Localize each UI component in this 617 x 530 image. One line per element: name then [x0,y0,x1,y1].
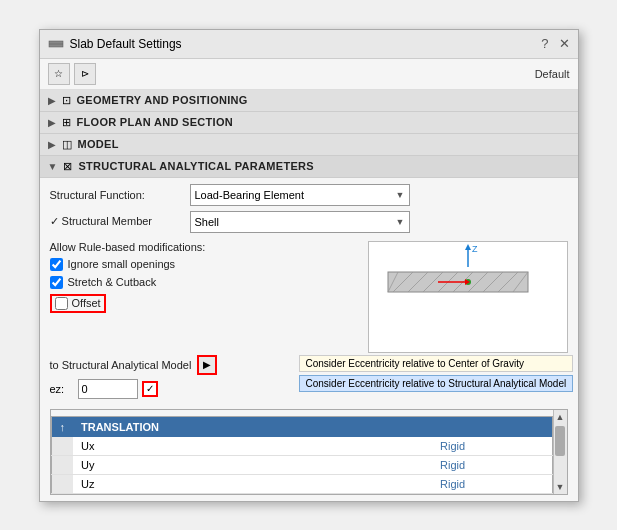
row-name-ux: Ux [73,437,432,456]
help-button[interactable]: ? [541,36,548,51]
model-label: MODEL [78,138,119,150]
geometry-arrow-icon: ▶ [48,95,56,106]
translation-sort-icon[interactable]: ↑ [51,416,73,437]
section-floor-plan[interactable]: ▶ ⊞ FLOOR PLAN AND SECTION [40,112,578,134]
row-value-uz: Rigid [432,474,552,493]
slab-icon [48,36,64,52]
ignore-openings-checkbox[interactable] [50,258,63,271]
section-geometry[interactable]: ▶ ⊡ GEOMETRY AND POSITIONING [40,90,578,112]
ignore-openings-label: Ignore small openings [68,258,176,270]
bottom-row: to Structural Analytical Model ▶ ez: ✓ C… [50,355,568,403]
structural-member-row: ✓ Structural Member Shell ▼ [50,211,568,233]
floor-plan-arrow-icon: ▶ [48,117,56,128]
translation-table: ↑ TRANSLATION Ux Rigid Uy [51,416,553,494]
ez-checkmark[interactable]: ✓ [142,381,158,397]
bottom-left: to Structural Analytical Model ▶ ez: ✓ [50,355,295,403]
slab-default-settings-dialog: Slab Default Settings ? ✕ ☆ ⊳ Default ▶ … [39,29,579,502]
default-label: Default [535,68,570,80]
close-button[interactable]: ✕ [559,36,570,51]
structural-member-dropdown[interactable]: Shell ▼ [190,211,410,233]
structural-arrow-icon: ▼ [48,161,58,172]
ez-input[interactable] [78,379,138,399]
row-icon-2 [51,455,73,474]
member-dropdown-arrow-icon: ▼ [396,217,405,227]
two-col-area: Allow Rule-based modifications: Ignore s… [50,241,568,353]
section-model[interactable]: ▶ ◫ MODEL [40,134,578,156]
stretch-cutback-checkbox[interactable] [50,276,63,289]
structural-content: Structural Function: Load-Bearing Elemen… [40,178,578,501]
translation-header-row: ↑ TRANSLATION [51,416,552,437]
structural-function-row: Structural Function: Load-Bearing Elemen… [50,184,568,206]
allow-rule-row: Allow Rule-based modifications: [50,241,360,253]
geometry-label: GEOMETRY AND POSITIONING [77,94,248,106]
toolbar-row: ☆ ⊳ Default [40,59,578,90]
title-bar-left: Slab Default Settings [48,36,182,52]
svg-text:Z: Z [472,244,478,254]
right-arrow-icon: ▶ [203,359,211,370]
to-structural-label: to Structural Analytical Model [50,359,192,371]
slab-diagram-svg: Z [378,242,558,352]
scroll-thumb[interactable] [555,426,565,456]
table-row: Uy Rigid [51,455,552,474]
row-name-uz: Uz [73,474,432,493]
offset-checkbox-container: Offset [50,294,106,313]
model-row: to Structural Analytical Model ▶ [50,355,295,375]
diagram-area: Z [368,241,568,353]
allow-rule-label: Allow Rule-based modifications: [50,241,206,253]
offset-row: Offset [50,294,360,313]
dialog-title: Slab Default Settings [70,37,182,51]
model-icon: ◫ [62,138,72,151]
floor-plan-label: FLOOR PLAN AND SECTION [77,116,234,128]
structural-function-dropdown[interactable]: Load-Bearing Element ▼ [190,184,410,206]
translation-table-wrapper: ↑ TRANSLATION Ux Rigid Uy [50,409,568,495]
stretch-cutback-label: Stretch & Cutback [68,276,157,288]
tooltip-2[interactable]: Consider Eccentricity relative to Struct… [299,375,574,392]
offset-label: Offset [72,297,101,309]
translation-table-main: ↑ TRANSLATION Ux Rigid Uy [51,410,553,494]
row-name-uy: Uy [73,455,432,474]
structural-member-value: Shell [195,216,219,228]
row-value-uy: Rigid [432,455,552,474]
section-structural[interactable]: ▼ ⊠ STRUCTURAL ANALYTICAL PARAMETERS [40,156,578,178]
left-column: Allow Rule-based modifications: Ignore s… [50,241,360,353]
tooltip-list: Consider Eccentricity relative to Center… [299,355,574,392]
svg-marker-14 [465,244,471,250]
pin-icon: ⊳ [81,68,89,79]
row-value-ux: Rigid [432,437,552,456]
row-icon-3 [51,474,73,493]
ez-row: ez: ✓ [50,379,295,399]
pin-button[interactable]: ⊳ [74,63,96,85]
table-row: Uz Rigid [51,474,552,493]
stretch-cutback-row: Stretch & Cutback [50,276,360,289]
structural-member-label: ✓ Structural Member [50,215,190,228]
table-scrollbar[interactable]: ▲ ▼ [553,410,567,494]
structural-function-value: Load-Bearing Element [195,189,304,201]
tooltip-1[interactable]: Consider Eccentricity relative to Center… [299,355,574,372]
structural-icon: ⊠ [63,160,72,173]
dropdown-arrow-icon: ▼ [396,190,405,200]
translation-header-empty [432,416,552,437]
geometry-icon: ⊡ [62,94,71,107]
to-structural-arrow-button[interactable]: ▶ [197,355,217,375]
toolbar-icons: ☆ ⊳ [48,63,96,85]
table-row: Ux Rigid [51,437,552,456]
offset-checkbox[interactable] [55,297,68,310]
star-icon: ☆ [54,68,63,79]
tooltip-area: Consider Eccentricity relative to Center… [299,355,574,392]
title-bar: Slab Default Settings ? ✕ [40,30,578,59]
row-icon-1 [51,437,73,456]
translation-header-label: TRANSLATION [73,416,432,437]
title-bar-right: ? ✕ [541,36,569,51]
ez-label: ez: [50,383,74,395]
model-arrow-icon: ▶ [48,139,56,150]
structural-label: STRUCTURAL ANALYTICAL PARAMETERS [78,160,314,172]
floor-plan-icon: ⊞ [62,116,71,129]
structural-function-label: Structural Function: [50,189,190,201]
ignore-openings-row: Ignore small openings [50,258,360,271]
favorite-button[interactable]: ☆ [48,63,70,85]
